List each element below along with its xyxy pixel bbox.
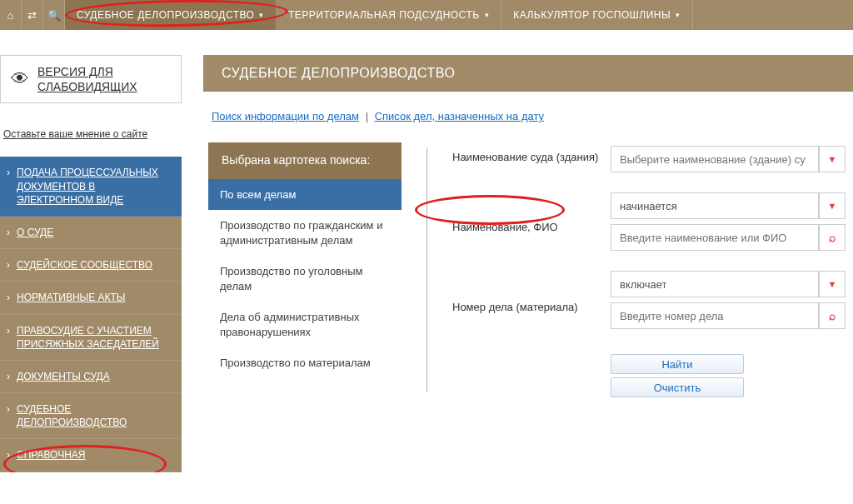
page-title: СУДЕБНОЕ ДЕЛОПРОИЗВОДСТВО xyxy=(203,55,853,92)
card-item-civil[interactable]: Производство по гражданским и администра… xyxy=(208,210,402,256)
sidebar-item-proceedings[interactable]: СУДЕБНОЕ ДЕЛОПРОИЗВОДСТВО xyxy=(0,393,182,439)
sidebar-item-label[interactable]: СУДЕБНОЕ ДЕЛОПРОИЗВОДСТВО xyxy=(0,393,182,438)
chevron-down-icon: ▾ xyxy=(485,11,490,19)
topbar-item-jurisdiction[interactable]: ТЕРРИТОРИАЛЬНАЯ ПОДСУДНОСТЬ ▾ xyxy=(277,0,501,30)
search-icon[interactable]: 🔍 xyxy=(43,0,65,30)
triangle-down-icon: ▼ xyxy=(828,201,837,211)
dropdown-toggle[interactable]: ▼ xyxy=(819,271,846,297)
case-input-wrap: ⌕ xyxy=(611,302,846,329)
search-addon[interactable]: ⌕ xyxy=(819,224,846,251)
dropdown-toggle[interactable]: ▼ xyxy=(819,192,846,219)
card-item-criminal[interactable]: Производство по уголовным делам xyxy=(208,256,402,302)
clear-button[interactable]: Очистить xyxy=(611,377,744,397)
dropdown-toggle[interactable]: ▼ xyxy=(819,146,846,172)
accessibility-label[interactable]: ВЕРСИЯ ДЛЯ СЛАБОВИДЯЩИХ xyxy=(37,64,171,94)
case-input[interactable] xyxy=(611,302,819,329)
accessibility-link[interactable]: 👁 ВЕРСИЯ ДЛЯ СЛАБОВИДЯЩИХ xyxy=(0,55,182,103)
chevron-down-icon: ▾ xyxy=(676,11,681,19)
find-button[interactable]: Найти xyxy=(611,354,744,374)
sidebar-item-acts[interactable]: НОРМАТИВНЫЕ АКТЫ xyxy=(0,282,182,314)
topbar-item-label: СУДЕБНОЕ ДЕЛОПРОИЗВОДСТВО xyxy=(77,9,254,21)
card-index: Выбрана картотека поиска: По всем делам … xyxy=(208,142,402,397)
name-input-wrap: ⌕ xyxy=(611,224,846,251)
card-item-materials[interactable]: Производство по материалам xyxy=(208,347,402,379)
search-addon[interactable]: ⌕ xyxy=(819,302,846,329)
triangle-down-icon: ▼ xyxy=(828,279,837,289)
sublink-search[interactable]: Поиск информации по делам xyxy=(212,110,359,122)
sidebar-item-label[interactable]: СПРАВОЧНАЯ xyxy=(0,439,182,471)
name-input[interactable] xyxy=(611,224,819,251)
separator: | xyxy=(366,110,368,122)
case-mode-value[interactable] xyxy=(611,271,819,297)
label-name: Наименование, ФИО xyxy=(452,221,611,249)
sidebar-item-jury[interactable]: ПРАВОСУДИЕ С УЧАСТИЕМ ПРИСЯЖНЫХ ЗАСЕДАТЕ… xyxy=(0,315,182,361)
sidebar-item-label[interactable]: НОРМАТИВНЫЕ АКТЫ xyxy=(0,282,182,313)
label-court: Наименование суда (здания) xyxy=(452,151,611,179)
eye-icon: 👁 xyxy=(11,68,29,90)
case-mode-select[interactable]: ▼ xyxy=(611,271,846,297)
chevron-down-icon: ▾ xyxy=(259,11,264,19)
sublink-list[interactable]: Список дел, назначенных на дату xyxy=(375,110,544,122)
feedback-link[interactable]: Оставьте ваше мнение о сайте xyxy=(0,128,182,140)
sidebar-item-label[interactable]: ДОКУМЕНТЫ СУДА xyxy=(0,361,182,392)
triangle-down-icon: ▼ xyxy=(828,154,837,164)
sidebar-item-label[interactable]: ПРАВОСУДИЕ С УЧАСТИЕМ ПРИСЯЖНЫХ ЗАСЕДАТЕ… xyxy=(0,315,182,360)
topbar: ⌂ ⇄ 🔍 СУДЕБНОЕ ДЕЛОПРОИЗВОДСТВО ▾ ТЕРРИТ… xyxy=(0,0,853,30)
name-mode-value[interactable] xyxy=(611,192,819,219)
sidebar-item-reference[interactable]: СПРАВОЧНАЯ xyxy=(0,439,182,472)
sidebar-item-submit-docs[interactable]: ПОДАЧА ПРОЦЕССУАЛЬНЫХ ДОКУМЕНТОВ В ЭЛЕКТ… xyxy=(0,157,182,217)
label-caseno: Номер дела (материала) xyxy=(452,301,611,329)
home-icon[interactable]: ⌂ xyxy=(0,0,22,30)
name-mode-select[interactable]: ▼ xyxy=(611,192,846,219)
card-header: Выбрана картотека поиска: xyxy=(208,142,402,179)
card-item-admin-offense[interactable]: Дела об административных правонарушениях xyxy=(208,302,402,347)
sidebar-item-judicial-community[interactable]: СУДЕЙСКОЕ СООБЩЕСТВО xyxy=(0,249,182,282)
divider xyxy=(426,147,427,392)
sidebar-nav: ПОДАЧА ПРОЦЕССУАЛЬНЫХ ДОКУМЕНТОВ В ЭЛЕКТ… xyxy=(0,157,182,472)
sidebar-item-court-docs[interactable]: ДОКУМЕНТЫ СУДА xyxy=(0,361,182,393)
search-icon: ⌕ xyxy=(829,309,836,322)
topbar-item-calculator[interactable]: КАЛЬКУЛЯТОР ГОСПОШЛИНЫ ▾ xyxy=(501,0,692,30)
court-select-value[interactable] xyxy=(611,146,819,172)
court-select[interactable]: ▼ xyxy=(611,146,846,172)
sidebar-item-about-court[interactable]: О СУДЕ xyxy=(0,217,182,249)
card-item-all[interactable]: По всем делам xyxy=(208,179,402,211)
sublinks: Поиск информации по делам | Список дел, … xyxy=(203,110,853,122)
sidebar-item-label[interactable]: ПОДАЧА ПРОЦЕССУАЛЬНЫХ ДОКУМЕНТОВ В ЭЛЕКТ… xyxy=(0,157,182,216)
topbar-item-proceedings[interactable]: СУДЕБНОЕ ДЕЛОПРОИЗВОДСТВО ▾ xyxy=(65,0,277,30)
search-icon: ⌕ xyxy=(829,231,836,244)
topbar-item-label: ТЕРРИТОРИАЛЬНАЯ ПОДСУДНОСТЬ xyxy=(288,9,480,21)
topbar-item-label: КАЛЬКУЛЯТОР ГОСПОШЛИНЫ xyxy=(513,9,671,21)
sitemap-icon[interactable]: ⇄ xyxy=(22,0,43,30)
sidebar-item-label[interactable]: О СУДЕ xyxy=(0,217,182,248)
sidebar-item-label[interactable]: СУДЕЙСКОЕ СООБЩЕСТВО xyxy=(0,249,182,281)
